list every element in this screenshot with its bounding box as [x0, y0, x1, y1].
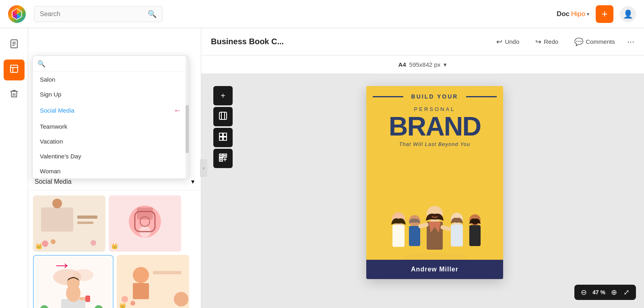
- crown-badge-1: 👑: [35, 243, 42, 249]
- template-icon: [9, 64, 19, 76]
- undo-button[interactable]: ↩ Undo: [492, 35, 523, 49]
- scrollbar-thumb[interactable]: [186, 105, 189, 153]
- svg-point-11: [52, 199, 62, 208]
- dropdown-item-vacation[interactable]: Vacation: [33, 134, 189, 149]
- page-dimensions: 595x842 px: [409, 61, 441, 68]
- svg-rect-53: [223, 133, 227, 136]
- dropdown-list: Salon Sign Up Social Media ← Teamwork Va…: [33, 72, 189, 179]
- panel-collapse-button[interactable]: ‹: [200, 159, 207, 177]
- frame-icon: [219, 111, 227, 122]
- svg-point-64: [402, 253, 467, 259]
- svg-rect-12: [77, 216, 97, 219]
- dropdown-item-valentinesday[interactable]: Valentine's Day: [33, 149, 189, 164]
- frame-button[interactable]: [213, 107, 233, 126]
- book-people-illustration: [366, 179, 503, 259]
- qr-button[interactable]: [213, 149, 233, 168]
- book-brand-text: BRAND: [366, 113, 503, 140]
- book-top-text: BUILD YOUR: [411, 93, 458, 100]
- book-cover[interactable]: BUILD YOUR PERSONAL BRAND That Will Last…: [366, 86, 503, 279]
- page-format: A4: [398, 61, 406, 68]
- zoom-out-button[interactable]: ⊖: [578, 287, 589, 298]
- svg-point-16: [91, 240, 96, 246]
- svg-rect-59: [221, 155, 221, 156]
- canvas-area: Business Book C... ↩ Undo ↪ Redo 💬 Comme…: [201, 28, 644, 308]
- svg-rect-74: [469, 225, 481, 246]
- category-dropdown: 🔍 Salon Sign Up Social Media ← Teamwork: [32, 55, 189, 179]
- doc-toolbar: Business Book C... ↩ Undo ↪ Redo 💬 Comme…: [201, 28, 644, 55]
- template-thumb-3[interactable]: 👑: [117, 255, 189, 308]
- collapse-arrow-icon: ‹: [203, 165, 204, 171]
- svg-rect-6: [10, 65, 18, 72]
- search-input[interactable]: [40, 10, 148, 18]
- svg-rect-45: [153, 271, 181, 274]
- red-arrow-icon: ←: [173, 106, 182, 115]
- svg-rect-72: [451, 224, 463, 246]
- brand-chevron: ▾: [587, 11, 589, 17]
- user-icon-button[interactable]: 👤: [620, 6, 636, 22]
- brand-label[interactable]: DocHipo ▾: [557, 10, 589, 18]
- add-icon: +: [221, 91, 225, 101]
- topbar-right: DocHipo ▾ + 👤: [557, 5, 636, 23]
- book-top-bar: BUILD YOUR: [366, 93, 503, 100]
- size-bar: A4 595x842 px ▾: [201, 55, 644, 74]
- book-tagline-text: That Will Last Beyond You: [366, 141, 503, 147]
- template-thumb-2[interactable]: 👑: [109, 195, 181, 252]
- book-footer: Andrew Miller: [366, 260, 503, 279]
- svg-point-15: [51, 239, 56, 244]
- template-thumb-selected[interactable]: [33, 255, 114, 308]
- svg-point-33: [67, 277, 80, 290]
- zoom-percentage: 47 %: [591, 289, 607, 296]
- dropdown-search-icon: 🔍: [37, 60, 45, 68]
- topbar: 🔍 DocHipo ▾ + 👤: [0, 0, 644, 28]
- sidebar-item-templates[interactable]: [4, 60, 25, 80]
- grid-view-button[interactable]: [213, 128, 233, 147]
- logo[interactable]: [8, 5, 26, 23]
- svg-rect-13: [77, 222, 93, 224]
- svg-point-46: [174, 292, 188, 306]
- dropdown-item-woman[interactable]: Woman: [33, 164, 189, 179]
- crown-badge-3: 👑: [119, 302, 126, 308]
- floating-tools: +: [213, 86, 233, 168]
- dropdown-item-socialmedia[interactable]: Social Media ←: [33, 102, 189, 119]
- redo-icon: ↪: [535, 37, 541, 46]
- search-box[interactable]: 🔍: [34, 6, 163, 22]
- qr-icon: [219, 153, 227, 164]
- dropdown-search-box[interactable]: 🔍: [33, 56, 189, 72]
- svg-rect-60: [225, 155, 225, 156]
- add-element-button[interactable]: +: [213, 86, 233, 105]
- svg-point-48: [130, 301, 135, 306]
- user-icon: 👤: [623, 9, 633, 19]
- zoom-expand-button[interactable]: ⤢: [621, 287, 632, 298]
- zoom-in-button[interactable]: ⊕: [609, 287, 619, 298]
- selection-indicator: Social Media: [40, 107, 74, 114]
- more-options-button[interactable]: ···: [627, 37, 634, 47]
- svg-rect-44: [133, 283, 149, 299]
- comments-button[interactable]: 💬 Comments: [570, 35, 619, 49]
- sidebar-icons: [0, 28, 28, 308]
- dropdown-item-teamwork[interactable]: Teamwork: [33, 119, 189, 134]
- svg-rect-10: [41, 207, 73, 232]
- dropdown-item-salon[interactable]: Salon: [33, 72, 189, 87]
- sidebar-item-trash[interactable]: [4, 84, 25, 105]
- grid-icon: [219, 132, 227, 143]
- template-thumb-1[interactable]: 👑: [33, 195, 105, 252]
- panel: 🔍 Salon Sign Up Social Media ← Teamwork: [28, 28, 201, 308]
- canvas-workspace: +: [201, 74, 644, 308]
- dropdown-item-signup[interactable]: Sign Up: [33, 87, 189, 102]
- book-author-name: Andrew Miller: [411, 266, 458, 273]
- crown-badge-2: 👑: [111, 243, 118, 249]
- dropdown-search-input[interactable]: [45, 60, 184, 67]
- size-chevron[interactable]: ▾: [444, 61, 447, 68]
- sidebar-item-document[interactable]: [4, 35, 25, 55]
- doc-title: Business Book C...: [211, 37, 284, 46]
- svg-rect-49: [219, 112, 227, 119]
- document-icon: [9, 39, 19, 51]
- brand-doc: Doc: [557, 10, 570, 18]
- image-grid: 👑 👑: [28, 191, 201, 308]
- add-button[interactable]: +: [596, 5, 613, 23]
- category-chevron: ▾: [191, 178, 194, 185]
- category-label: Social Media: [35, 178, 72, 185]
- redo-button[interactable]: ↪ Redo: [531, 35, 562, 49]
- main-content: 🔍 Salon Sign Up Social Media ← Teamwork: [0, 28, 644, 308]
- svg-rect-52: [219, 133, 223, 136]
